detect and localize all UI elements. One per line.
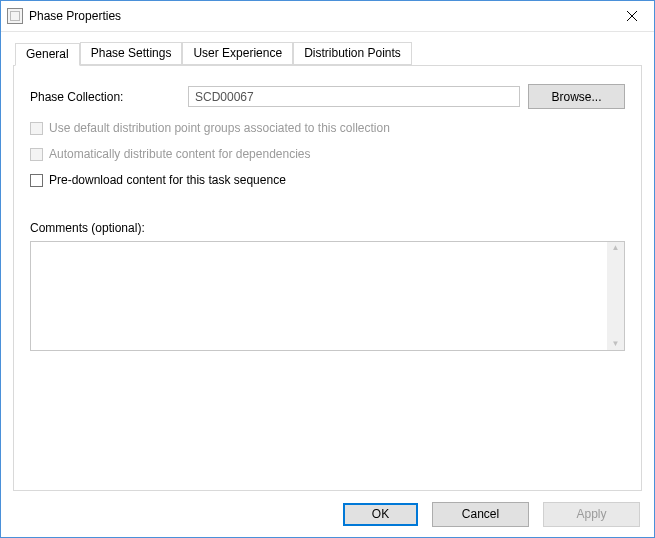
phase-collection-label: Phase Collection: — [30, 90, 188, 104]
checkbox-auto-distribute-row: Automatically distribute content for dep… — [30, 147, 625, 161]
apply-button-label: Apply — [576, 507, 606, 521]
checkbox-use-default-dp-row: Use default distribution point groups as… — [30, 121, 625, 135]
comments-field[interactable] — [31, 242, 607, 350]
scroll-up-icon: ▲ — [612, 244, 620, 252]
comments-label: Comments (optional): — [30, 221, 625, 235]
checkbox-use-default-dp-label: Use default distribution point groups as… — [49, 121, 390, 135]
app-icon — [7, 8, 23, 24]
cancel-button-label: Cancel — [462, 507, 499, 521]
tab-panel-general: Phase Collection: Browse... Use default … — [13, 65, 642, 491]
browse-button[interactable]: Browse... — [528, 84, 625, 109]
comments-field-wrap: ▲ ▼ — [30, 241, 625, 351]
titlebar: Phase Properties — [1, 1, 654, 32]
tab-distribution-points-label: Distribution Points — [304, 46, 401, 60]
scroll-down-icon: ▼ — [612, 340, 620, 348]
tab-general-label: General — [26, 47, 69, 61]
scrollbar[interactable]: ▲ ▼ — [607, 242, 624, 350]
checkbox-predownload-label: Pre-download content for this task seque… — [49, 173, 286, 187]
tab-user-experience[interactable]: User Experience — [182, 42, 293, 65]
cancel-button[interactable]: Cancel — [432, 502, 529, 527]
tab-distribution-points[interactable]: Distribution Points — [293, 42, 412, 65]
apply-button: Apply — [543, 502, 640, 527]
tab-general[interactable]: General — [15, 43, 80, 66]
window-title: Phase Properties — [29, 9, 609, 23]
tab-phase-settings-label: Phase Settings — [91, 46, 172, 60]
close-button[interactable] — [609, 2, 654, 31]
dialog-footer: OK Cancel Apply — [1, 491, 654, 537]
tab-strip: General Phase Settings User Experience D… — [13, 42, 642, 65]
dialog-window: Phase Properties General Phase Settings … — [0, 0, 655, 538]
close-icon — [627, 11, 637, 21]
checkbox-predownload[interactable] — [30, 174, 43, 187]
checkbox-auto-distribute-label: Automatically distribute content for dep… — [49, 147, 311, 161]
ok-button-label: OK — [372, 507, 389, 521]
tab-user-experience-label: User Experience — [193, 46, 282, 60]
checkbox-use-default-dp — [30, 122, 43, 135]
tab-phase-settings[interactable]: Phase Settings — [80, 42, 183, 65]
browse-button-label: Browse... — [551, 90, 601, 104]
phase-collection-input[interactable] — [188, 86, 520, 107]
checkbox-auto-distribute — [30, 148, 43, 161]
phase-collection-row: Phase Collection: Browse... — [30, 84, 625, 109]
client-area: General Phase Settings User Experience D… — [1, 32, 654, 537]
ok-button[interactable]: OK — [343, 503, 418, 526]
tab-area: General Phase Settings User Experience D… — [13, 42, 642, 491]
checkbox-predownload-row[interactable]: Pre-download content for this task seque… — [30, 173, 625, 187]
